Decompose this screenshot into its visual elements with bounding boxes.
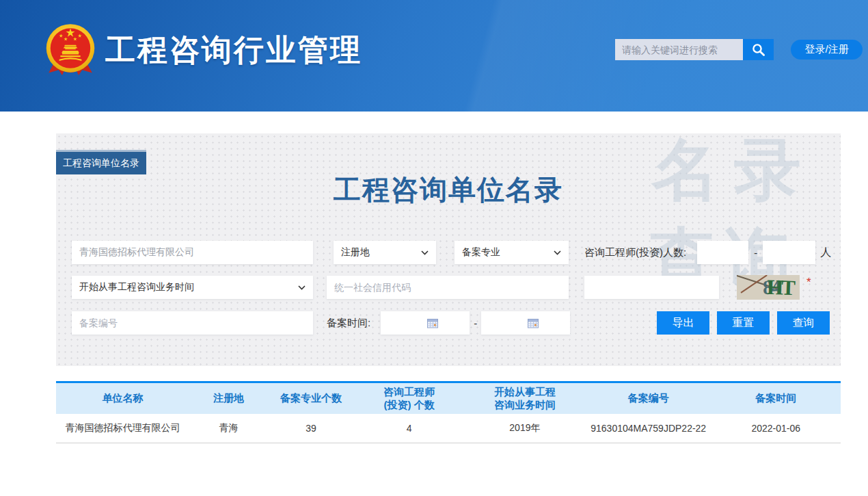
chevron-down-icon — [421, 250, 429, 255]
cell-major-count: 39 — [268, 414, 354, 443]
engineer-count-max-input[interactable] — [763, 241, 815, 264]
header-cell-filing-time: 备案时间 — [711, 383, 841, 414]
calendar-icon — [427, 318, 438, 328]
query-button[interactable]: 查询 — [777, 311, 830, 335]
registration-place-select[interactable]: 注册地 — [334, 241, 436, 264]
reset-button[interactable]: 重置 — [717, 311, 770, 335]
credit-code-input[interactable] — [327, 276, 569, 299]
form-row-2: 开始从事工程咨询业务时间 84 HT * — [56, 275, 841, 300]
cell-engineer-count: 4 — [354, 414, 464, 443]
filing-time-label: 备案时间: — [327, 317, 370, 330]
header-cell-unit-name: 单位名称 — [56, 383, 189, 414]
company-name-input[interactable] — [72, 241, 313, 264]
login-register-button[interactable]: 登录/注册 — [791, 40, 863, 60]
chevron-down-icon — [298, 285, 306, 290]
person-suffix: 人 — [820, 246, 831, 260]
required-asterisk: * — [806, 276, 811, 289]
national-emblem-icon — [41, 21, 100, 79]
calendar-icon — [528, 318, 539, 328]
start-time-select[interactable]: 开始从事工程咨询业务时间 — [72, 276, 313, 299]
action-buttons: 导出 重置 查询 — [657, 311, 830, 335]
chevron-down-icon — [554, 250, 561, 255]
header-cell-engineer-count: 咨询工程师 (投资) 个数 — [354, 383, 464, 414]
table-row[interactable]: 青海国德招标代理有限公司 青海 39 4 2019年 91630104MA759… — [56, 414, 841, 443]
site-header: 工程咨询行业管理 登录/注册 — [0, 0, 868, 112]
header-cell-major-count: 备案专业个数 — [268, 383, 354, 414]
filing-number-input[interactable] — [72, 311, 313, 335]
cell-start-time: 2019年 — [464, 414, 586, 443]
captcha-input[interactable] — [584, 276, 719, 299]
captcha-text: HT — [766, 275, 774, 300]
filing-major-label: 备案专业 — [462, 246, 500, 259]
site-title: 工程咨询行业管理 — [105, 30, 362, 70]
filing-date-end-input[interactable] — [481, 311, 570, 335]
engineer-count-label: 咨询工程师(投资)人数: — [584, 246, 686, 259]
cell-filing-time: 2022-01-06 — [711, 414, 841, 443]
form-row-3: 备案时间: - — [56, 311, 841, 335]
filing-major-select[interactable]: 备案专业 — [455, 241, 569, 264]
header-cell-start-time: 开始从事工程 咨询业务时间 — [464, 383, 586, 414]
page-title: 工程咨询单位名录 — [56, 171, 841, 209]
header-cell-registration-place: 注册地 — [189, 383, 268, 414]
search-button[interactable] — [743, 39, 774, 60]
form-row-1: 注册地 备案专业 咨询工程师(投资)人数: - 人 — [56, 240, 841, 265]
range-dash: - — [754, 247, 757, 259]
filing-date-start-input[interactable] — [381, 311, 470, 335]
cell-unit-name: 青海国德招标代理有限公司 — [56, 414, 189, 443]
page: 工程咨询行业管理 登录/注册 名录 查询 工程咨询单位名录 工程咨询单位名录 注… — [0, 0, 868, 496]
search-icon — [751, 42, 766, 57]
table-header-row: 单位名称 注册地 备案专业个数 咨询工程师 (投资) 个数 开始从事工程 咨询业… — [56, 381, 841, 414]
results-table: 单位名称 注册地 备案专业个数 咨询工程师 (投资) 个数 开始从事工程 咨询业… — [56, 381, 841, 443]
engineer-count-min-input[interactable] — [697, 241, 748, 264]
cell-filing-number: 91630104MA759JDP22-22 — [586, 414, 711, 443]
tab-directory[interactable]: 工程咨询单位名录 — [56, 150, 146, 174]
header-cell-filing-number: 备案编号 — [586, 383, 711, 414]
range-dash: - — [474, 317, 477, 329]
registration-place-label: 注册地 — [341, 246, 370, 259]
cell-registration-place: 青海 — [189, 414, 268, 443]
start-time-label: 开始从事工程咨询业务时间 — [79, 281, 194, 293]
captcha-image[interactable]: 84 HT — [737, 275, 800, 300]
header-search — [615, 39, 774, 60]
search-input[interactable] — [615, 39, 743, 60]
export-button[interactable]: 导出 — [657, 311, 709, 335]
directory-search-panel: 名录 查询 工程咨询单位名录 工程咨询单位名录 注册地 备案专业 咨询工程师(投… — [56, 133, 841, 366]
